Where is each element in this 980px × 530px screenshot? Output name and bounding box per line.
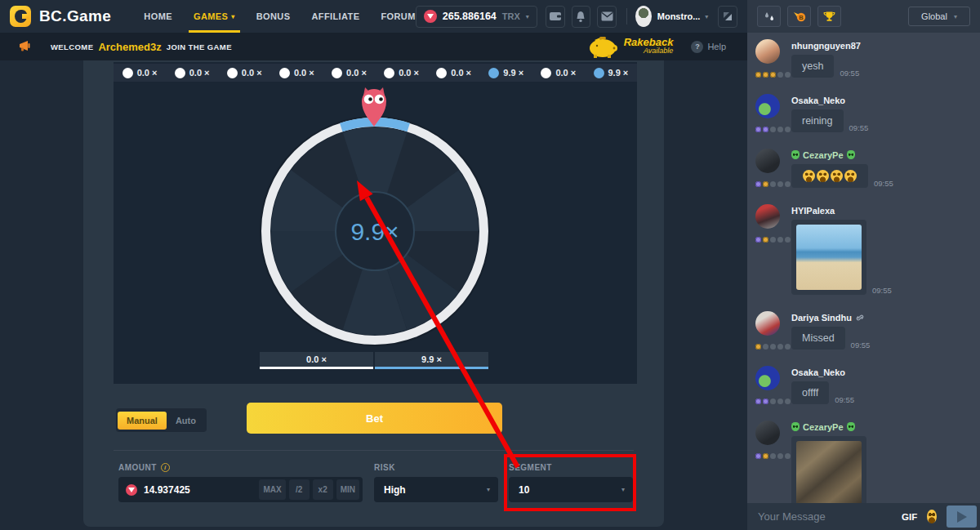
laughing-emoji <box>831 170 843 182</box>
balance-amount: 265.886164 <box>443 11 497 22</box>
amount-input[interactable]: 14.937425 MAX /2 x2 MIN <box>118 477 363 502</box>
chat-username[interactable]: Osaka_Neko <box>791 366 972 378</box>
bell-icon <box>575 11 586 23</box>
owl-pointer-mascot <box>359 87 390 127</box>
nav-item-forum[interactable]: FORUM <box>381 0 415 33</box>
half-button[interactable]: /2 <box>289 479 310 500</box>
history-entry: 9.9 × <box>480 64 532 82</box>
help-button[interactable]: ? Help <box>691 41 726 53</box>
manual-mode-button[interactable]: Manual <box>118 412 167 430</box>
contest-button[interactable] <box>817 6 841 27</box>
welcome-username: Archemed3z <box>98 41 161 53</box>
badge-icon <box>763 344 768 350</box>
chat-bubble: yesh <box>791 55 834 78</box>
megaphone-icon <box>18 39 33 54</box>
risk-field-group: RISK High ▾ <box>374 463 498 502</box>
nav-item-bonus[interactable]: BONUS <box>256 0 291 33</box>
result-dot <box>541 68 551 78</box>
svg-text:B: B <box>799 14 804 21</box>
nav-item-affiliate[interactable]: AFFILIATE <box>311 0 359 33</box>
badge-icon <box>785 237 791 243</box>
chat-channel-select[interactable]: Global ▾ <box>908 7 970 26</box>
balance-dropdown[interactable]: 265.886164 TRX ▾ <box>416 6 537 28</box>
multiplier-history-bar: 0.0 × 0.0 × 0.0 × 0.0 × 0.0 × 0.0 × 0.0 … <box>114 64 637 82</box>
badge-icon <box>763 127 768 132</box>
chat-username[interactable]: CezaryPe <box>791 421 972 433</box>
gif-button[interactable]: GIF <box>902 512 917 522</box>
chevron-down-icon: ▾ <box>526 13 529 20</box>
chat-input-bar: GIF <box>747 503 980 530</box>
chat-sidebar: B Global ▾ nhungnguyen87 yesh09:55 <box>747 0 980 530</box>
balance-currency: TRX <box>502 11 520 21</box>
rain-button[interactable] <box>757 6 781 27</box>
user-badges <box>755 453 791 459</box>
history-entry: 0.0 × <box>323 64 375 82</box>
risk-select[interactable]: High ▾ <box>374 477 498 502</box>
badge-icon <box>777 72 783 78</box>
welcome-message: WELCOME Archemed3z JOIN THE GAME <box>51 41 232 53</box>
chat-message-input[interactable] <box>758 510 902 523</box>
chat-username[interactable]: nhungnguyen87 <box>791 39 972 51</box>
user-badges <box>755 127 791 132</box>
badge-icon <box>777 344 783 350</box>
avatar[interactable] <box>755 311 780 336</box>
amount-field-group: AMOUNT i 14.937425 MAX /2 x2 MIN <box>118 463 363 502</box>
wallet-button[interactable] <box>546 6 565 28</box>
bc-game-logo-icon[interactable] <box>10 6 31 27</box>
chat-username[interactable]: CezaryPe <box>791 149 972 161</box>
messages-button[interactable] <box>597 6 617 28</box>
badge-icon <box>770 181 776 187</box>
chat-message: Dariya Sindhu Missed09:55 <box>755 311 972 350</box>
segment-select[interactable]: 10 ▾ <box>509 477 633 502</box>
chat-username[interactable]: Osaka_Neko <box>791 94 972 106</box>
user-badges <box>755 399 791 404</box>
avatar[interactable] <box>755 366 780 390</box>
emoji-picker-button[interactable] <box>927 510 937 523</box>
username[interactable]: Monstro... <box>657 11 701 21</box>
double-button[interactable]: x2 <box>313 479 333 500</box>
payout-results-bar: 0.0 × 9.9 × <box>260 352 488 369</box>
info-icon[interactable]: i <box>161 463 170 472</box>
emoji-message <box>791 164 868 188</box>
wallet-icon <box>549 11 562 22</box>
brand-title[interactable]: BC.Game <box>39 7 111 25</box>
badge-icon <box>763 72 768 78</box>
laughing-emoji <box>803 170 815 182</box>
laughing-emoji <box>844 170 857 182</box>
badge-icon <box>770 399 776 404</box>
min-button[interactable]: MIN <box>336 479 359 500</box>
send-message-button[interactable] <box>947 506 977 528</box>
chat-message: CezaryPe 09:55 <box>755 421 972 503</box>
chevron-down-icon: ▾ <box>954 13 957 20</box>
fireball-icon: B <box>793 11 806 22</box>
risk-label: RISK <box>374 463 498 472</box>
avatar[interactable] <box>755 421 780 445</box>
fireball-button[interactable]: B <box>787 6 811 27</box>
chevron-down-icon: ▾ <box>705 13 708 20</box>
user-badges <box>755 72 791 78</box>
auto-mode-button[interactable]: Auto <box>167 412 205 430</box>
send-icon <box>957 511 967 523</box>
notifications-button[interactable] <box>572 6 591 28</box>
bet-button[interactable]: Bet <box>247 403 502 434</box>
nav-item-home[interactable]: HOME <box>144 0 172 33</box>
badge-icon <box>755 72 761 78</box>
avatar[interactable] <box>755 94 780 118</box>
avatar[interactable] <box>755 39 780 64</box>
avatar[interactable] <box>755 204 780 229</box>
rain-icon <box>764 11 775 22</box>
badge-icon <box>777 453 783 459</box>
chat-bubble <box>791 436 866 503</box>
nav-item-games[interactable]: GAMES ▾ <box>194 0 235 33</box>
user-avatar[interactable] <box>635 6 652 27</box>
chat-message: nhungnguyen87 yesh09:55 <box>755 39 972 78</box>
chat-username[interactable]: HYIPalexa <box>791 204 972 216</box>
alien-icon <box>847 150 855 159</box>
max-button[interactable]: MAX <box>259 479 285 500</box>
timestamp: 09:55 <box>851 341 871 350</box>
avatar[interactable] <box>755 149 780 173</box>
rakeback-button[interactable]: Rakeback Available <box>586 34 674 59</box>
result-dot <box>122 68 133 78</box>
chat-username[interactable]: Dariya Sindhu <box>791 311 972 323</box>
collapse-panel-button[interactable] <box>718 6 737 28</box>
